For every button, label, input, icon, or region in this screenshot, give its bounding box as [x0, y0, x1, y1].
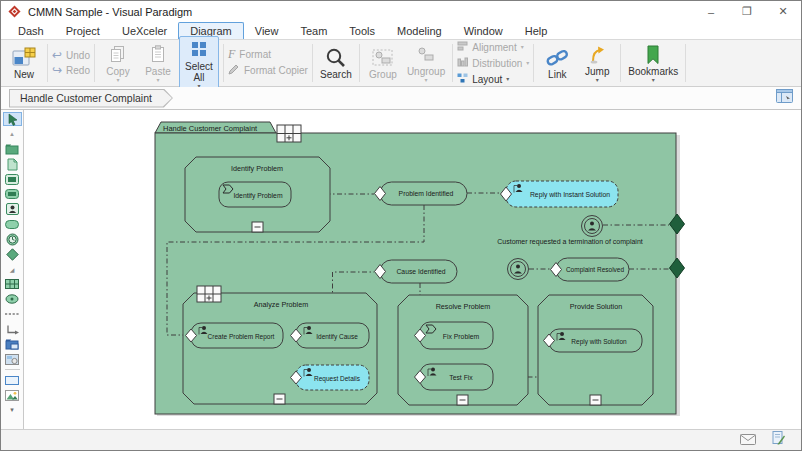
case-planning-table-marker[interactable]	[277, 125, 301, 142]
alignment-button[interactable]: Alignment ▾	[457, 41, 529, 53]
milestone-tool[interactable]	[3, 217, 22, 231]
edit-document-icon[interactable]	[772, 431, 785, 449]
svg-text:Identify Cause: Identify Cause	[316, 333, 358, 341]
collapse-marker[interactable]	[590, 395, 601, 405]
milestone-cause-identified[interactable]: Cause Identified	[375, 260, 458, 283]
svg-text:Test Fix: Test Fix	[449, 374, 473, 381]
diagram-canvas[interactable]: Handle Customer Complaint	[24, 110, 801, 429]
image-tool[interactable]	[3, 388, 22, 402]
close-button[interactable]: ✕	[765, 1, 801, 22]
app-window: CMMN Sample - Visual Paradigm – ❐ ✕ Dash…	[0, 0, 802, 451]
dashed-connector-tool[interactable]	[3, 307, 22, 321]
stage-identify-problem[interactable]: Identify Problem Identify Problem	[185, 157, 330, 232]
group-icon	[372, 46, 394, 69]
task-identify-cause[interactable]: Identify Cause	[291, 323, 370, 348]
task-reply-with-solution[interactable]: Reply with Solution	[544, 329, 643, 352]
new-diagram-icon	[12, 46, 36, 69]
link-icon	[546, 46, 569, 69]
event-listener-tool[interactable]	[3, 292, 22, 306]
select-all-button[interactable]: Select All ▾	[179, 36, 219, 91]
menu-modeling[interactable]: Modeling	[386, 23, 453, 39]
person-icon	[516, 265, 520, 269]
layout-button[interactable]: Layout ▾	[457, 73, 529, 85]
elbow-connector-tool[interactable]	[3, 322, 22, 336]
ribbon-toolbar: New ↩ Undo ↪ Redo	[1, 39, 801, 87]
layout-chevron-icon: ▾	[506, 76, 509, 82]
planning-table-tool[interactable]	[3, 277, 22, 291]
person-icon	[590, 222, 594, 226]
pointer-tool[interactable]	[3, 112, 22, 126]
maximize-button[interactable]: ❐	[729, 1, 765, 22]
format-copier-button[interactable]: Format Copier	[228, 64, 308, 77]
svg-text:Reply with Solution: Reply with Solution	[571, 338, 627, 346]
menu-help[interactable]: Help	[514, 23, 559, 39]
svg-text:Identify Problem: Identify Problem	[231, 164, 283, 173]
undo-button[interactable]: ↩ Undo	[52, 50, 90, 61]
distribution-button[interactable]: Distribution ▾	[457, 57, 529, 69]
more-corner[interactable]: ◢	[3, 262, 22, 276]
jump-button[interactable]: Jump ▾	[578, 42, 616, 84]
task-create-problem-report[interactable]: Create Problem Report	[186, 323, 284, 348]
overview-tool[interactable]	[3, 352, 22, 366]
task-test-fix[interactable]: Test Fix	[415, 364, 494, 390]
sentry-tool[interactable]	[3, 247, 22, 261]
task-tool[interactable]	[3, 187, 22, 201]
svg-text:Fix Problem: Fix Problem	[443, 333, 480, 340]
svg-text:Reply with Instant Solution: Reply with Instant Solution	[530, 191, 610, 199]
undo-icon: ↩	[52, 50, 62, 61]
breadcrumb[interactable]: Handle Customer Complaint	[9, 89, 173, 108]
format-button[interactable]: F Format	[228, 49, 308, 60]
stage-provide-solution[interactable]: Provide Solution Reply with Solution	[538, 295, 653, 405]
link-button[interactable]: Link	[538, 45, 576, 81]
collapse-marker[interactable]	[457, 395, 468, 405]
folder-tool[interactable]	[3, 142, 22, 156]
milestone-complaint-resolved[interactable]: Complaint Resolved	[551, 258, 630, 281]
scroll-down[interactable]: ▾	[3, 403, 22, 417]
distribution-icon	[457, 57, 468, 69]
collapse-marker[interactable]	[252, 222, 263, 232]
task-reply-instant-solution[interactable]: Reply with Instant Solution	[501, 181, 619, 207]
message-icon[interactable]	[740, 431, 756, 449]
menu-project[interactable]: Project	[55, 23, 111, 39]
stage-tool[interactable]	[3, 172, 22, 186]
paste-icon	[149, 43, 167, 66]
jump-chevron-icon: ▾	[596, 77, 599, 83]
timer-event-tool[interactable]	[3, 232, 22, 246]
menu-bar: Dash Project UeXceler Diagram View Team …	[1, 22, 801, 39]
copy-icon	[109, 43, 127, 66]
task-identify-problem[interactable]: Identify Problem	[219, 182, 291, 207]
panel-layout-icon[interactable]	[776, 89, 793, 107]
redo-button[interactable]: ↪ Redo	[52, 65, 90, 76]
rectangle-tool[interactable]	[3, 373, 22, 387]
collapse-marker[interactable]	[274, 394, 285, 404]
menu-team[interactable]: Team	[289, 23, 338, 39]
menu-tools[interactable]: Tools	[338, 23, 386, 39]
case-role-tool[interactable]	[3, 202, 22, 216]
menu-uexceler[interactable]: UeXceler	[111, 23, 178, 39]
stage-analyze-problem[interactable]: Analyze Problem Create Problem Report	[183, 286, 377, 404]
bookmarks-button[interactable]: Bookmarks ▾	[625, 42, 681, 84]
paste-button[interactable]: Paste ▾	[139, 42, 177, 84]
menu-window[interactable]: Window	[453, 23, 514, 39]
distribution-chevron-icon: ▾	[526, 60, 529, 66]
copy-button[interactable]: Copy ▾	[99, 42, 137, 84]
stage-resolve-problem[interactable]: Resolve Problem Fix Problem	[398, 295, 528, 405]
diagram-page-tool[interactable]	[3, 157, 22, 171]
svg-text:Provide Solution: Provide Solution	[570, 302, 622, 311]
collapse-handle[interactable]: ▲	[3, 127, 22, 141]
menu-dash[interactable]: Dash	[7, 23, 55, 39]
new-button[interactable]: New	[5, 45, 43, 81]
group-button[interactable]: Group	[364, 45, 402, 81]
visual-paradigm-logo-icon	[8, 5, 21, 18]
task-fix-problem[interactable]: Fix Problem	[415, 322, 494, 349]
minimize-button[interactable]: –	[693, 1, 729, 22]
search-button[interactable]: Search	[317, 45, 355, 81]
select-all-icon	[191, 38, 207, 61]
search-icon	[325, 46, 346, 69]
milestone-problem-identified[interactable]: Problem Identified	[375, 182, 468, 205]
stage-planning-table-marker[interactable]	[197, 286, 221, 302]
menu-view[interactable]: View	[244, 23, 290, 39]
task-request-details[interactable]: Request Details	[291, 365, 370, 390]
ungroup-button[interactable]: Ungroup ▾	[404, 42, 448, 84]
model-folder-tool[interactable]	[3, 337, 22, 351]
